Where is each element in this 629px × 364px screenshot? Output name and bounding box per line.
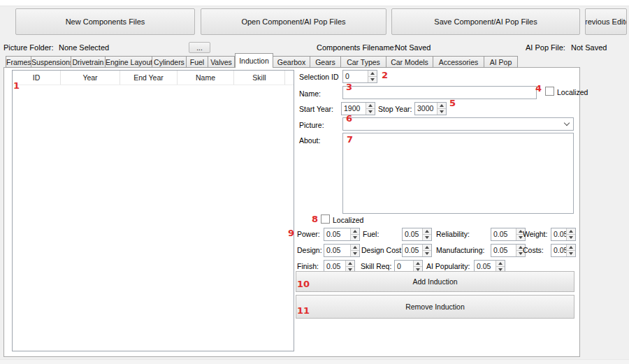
remove-induction-button[interactable]: Remove Induction	[296, 295, 574, 319]
list-column-end-year[interactable]: End Year	[120, 71, 178, 85]
spinner-down-button[interactable]	[368, 76, 377, 82]
save-component-ai-pop-files-button[interactable]: Save Component/AI Pop Files	[391, 8, 580, 35]
spinner-up-button[interactable]	[414, 261, 422, 266]
design-cost-label: Design Cost:	[361, 246, 403, 254]
tab-suspensions[interactable]: Suspensions	[31, 56, 71, 68]
start-year-label: Start Year:	[299, 105, 333, 113]
about-localized-checkbox[interactable]	[321, 214, 330, 224]
spinner-buttons	[350, 228, 359, 240]
spinner-up-button[interactable]	[438, 103, 446, 108]
tab-drivetrain[interactable]: Drivetrain	[71, 56, 106, 68]
add-induction-button[interactable]: Add Induction	[296, 271, 574, 292]
manufacturing-value: 0.05	[491, 245, 516, 256]
ai-pop-file-value: Not Saved	[571, 43, 607, 52]
finish-label: Finish:	[297, 262, 319, 270]
list-column-year[interactable]: Year	[61, 71, 120, 85]
open-component-ai-pop-files-button[interactable]: Open Component/AI Pop Files	[201, 8, 386, 35]
design-cost-spinner[interactable]: 0.05	[402, 244, 432, 257]
window-top-edge	[0, 0, 629, 6]
spinner-buttons	[366, 103, 375, 115]
spinner-up-button[interactable]	[423, 245, 431, 250]
list-column-skill[interactable]: Skill	[234, 71, 285, 85]
list-column-extra[interactable]	[285, 71, 294, 85]
design-value: 0.05	[324, 245, 350, 256]
design-cost-value: 0.05	[403, 245, 422, 256]
about-localized-label: Localized	[333, 216, 363, 224]
costs-value: 0.05	[551, 245, 566, 256]
editor-tab-strip: Frames Suspensions Drivetrain Engine Lay…	[6, 56, 518, 68]
spinner-down-button[interactable]	[567, 234, 575, 240]
spinner-down-button[interactable]	[423, 250, 431, 256]
spinner-up-button[interactable]	[423, 228, 431, 234]
previous-editor-button[interactable]: Previous Editor	[585, 8, 627, 35]
spinner-up-button[interactable]	[567, 228, 575, 234]
spinner-down-button[interactable]	[366, 108, 375, 115]
weight-value: 0.05	[551, 228, 566, 240]
annotation-8: 8	[312, 214, 318, 224]
name-localized-checkbox[interactable]	[545, 87, 554, 96]
manufacturing-spinner[interactable]: 0.05	[491, 244, 526, 257]
design-spinner[interactable]: 0.05	[324, 244, 360, 257]
name-label: Name:	[299, 89, 321, 98]
list-column-id[interactable]: ID	[13, 71, 61, 85]
spinner-up-button[interactable]	[366, 103, 375, 108]
name-input[interactable]	[342, 86, 537, 99]
spinner-down-button[interactable]	[351, 250, 359, 256]
spinner-down-button[interactable]	[438, 108, 446, 115]
tab-frames[interactable]: Frames	[6, 56, 31, 68]
tab-engine-layout[interactable]: Engine Layout	[106, 56, 152, 68]
weight-spinner[interactable]: 0.05	[551, 228, 576, 241]
picture-folder-label: Picture Folder:	[3, 43, 54, 52]
name-localized-label: Localized	[557, 88, 588, 96]
spinner-down-button[interactable]	[423, 234, 431, 240]
component-editor-window: New Components Files Open Component/AI P…	[0, 0, 629, 364]
stop-year-spinner[interactable]: 3000	[414, 102, 447, 115]
tab-cylinders[interactable]: Cylinders	[152, 56, 187, 68]
costs-spinner[interactable]: 0.05	[551, 244, 576, 257]
spinner-up-button[interactable]	[496, 261, 505, 266]
spinner-up-button[interactable]	[368, 71, 377, 76]
annotation-10: 10	[297, 279, 310, 289]
picture-dropdown[interactable]	[342, 117, 574, 131]
tab-accessories[interactable]: Accessories	[433, 56, 484, 68]
browse-picture-folder-button[interactable]: ...	[189, 42, 210, 53]
annotation-9: 9	[288, 228, 294, 238]
new-components-files-button[interactable]: New Components Files	[15, 8, 195, 35]
selection-id-value: 0	[343, 71, 368, 82]
annotation-2: 2	[382, 71, 388, 80]
reliability-label: Reliability:	[436, 230, 470, 238]
fuel-value: 0.05	[403, 228, 422, 240]
spinner-up-button[interactable]	[351, 228, 359, 234]
spinner-up-button[interactable]	[346, 261, 354, 266]
spinner-down-button[interactable]	[351, 234, 359, 240]
spinner-down-button[interactable]	[567, 250, 575, 256]
list-column-name[interactable]: Name	[178, 71, 234, 85]
fuel-spinner[interactable]: 0.05	[402, 228, 432, 241]
spinner-buttons	[437, 103, 446, 115]
picture-folder-value: None Selected	[59, 43, 109, 52]
tab-gears[interactable]: Gears	[310, 56, 341, 68]
spinner-buttons	[368, 71, 377, 82]
manufacturing-label: Manufacturing:	[436, 246, 484, 254]
design-label: Design:	[297, 246, 322, 254]
tab-valves[interactable]: Valves	[208, 56, 235, 68]
tab-car-models[interactable]: Car Models	[386, 56, 433, 68]
ai-pop-file-label: AI Pop File:	[526, 43, 565, 52]
about-textarea[interactable]	[342, 133, 574, 214]
tab-fuel[interactable]: Fuel	[187, 56, 208, 68]
reliability-spinner[interactable]: 0.05	[491, 228, 526, 241]
power-label: Power:	[297, 230, 320, 238]
tab-induction[interactable]: Induction	[235, 53, 273, 68]
reliability-value: 0.05	[491, 228, 516, 240]
tab-car-types[interactable]: Car Types	[341, 56, 386, 68]
induction-list-header: ID Year End Year Name Skill	[13, 71, 294, 85]
weight-label: Weight:	[523, 230, 547, 238]
spinner-up-button[interactable]	[351, 245, 359, 250]
spinner-buttons	[422, 245, 431, 256]
induction-list[interactable]: ID Year End Year Name Skill	[12, 70, 294, 351]
tab-gearbox[interactable]: Gearbox	[273, 56, 310, 68]
power-spinner[interactable]: 0.05	[324, 228, 360, 241]
spinner-up-button[interactable]	[567, 245, 575, 250]
spinner-buttons	[350, 245, 359, 256]
tab-ai-pop[interactable]: AI Pop	[484, 56, 518, 68]
